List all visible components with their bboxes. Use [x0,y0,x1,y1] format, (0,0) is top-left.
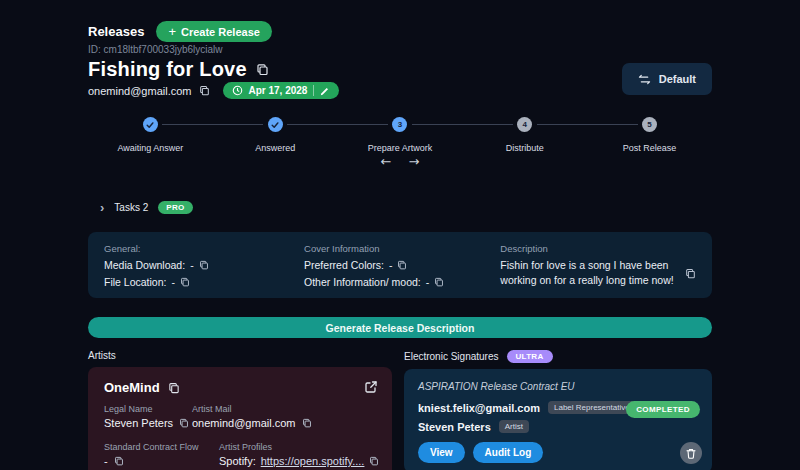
artist-profiles-label: Artist Profiles [219,442,379,452]
copy-icon[interactable] [256,63,269,76]
next-step-arrow-icon[interactable]: → [406,154,422,169]
artist-mail-field: Artist Mail onemind@gmail.com [192,404,376,429]
artists-section: Artists OneMind Legal Name Steven Peters [88,350,392,470]
view-button[interactable]: View [418,442,465,463]
step-distribute[interactable]: 4 Distribute [462,117,587,153]
release-date-badge[interactable]: Apr 17, 2028 [223,82,340,99]
spotify-label: Spotify: [219,455,256,467]
field-value: - [389,259,393,271]
external-link-icon[interactable] [364,380,378,394]
signer-name: Steven Peters [418,421,491,433]
edit-pencil-icon[interactable] [320,86,330,96]
step-post-release[interactable]: 5 Post Release [587,117,712,153]
artists-heading: Artists [88,350,392,361]
signatures-section: Electronic Signatures ULTRA ASPIRATION R… [404,350,712,470]
description-heading: Description [500,243,696,254]
step-answered[interactable]: Answered [213,117,338,153]
artist-name: OneMind [104,380,160,395]
general-column: General: Media Download: - File Location… [104,243,294,288]
step-circle: 3 [392,117,407,132]
copy-icon[interactable] [302,418,312,428]
chevron-right-icon: › [100,201,104,214]
step-prepare-artwork[interactable]: 3 Prepare Artwork [338,117,463,153]
copy-icon[interactable] [434,277,444,287]
step-label: Prepare Artwork [368,143,433,153]
check-icon [271,121,279,129]
create-release-button[interactable]: + Create Release [156,21,271,42]
media-download-row: Media Download: - [104,259,294,271]
artist-name-row: OneMind [104,380,376,395]
default-button[interactable]: Default [622,63,712,95]
preferred-colors-row: Preferred Colors: - [304,259,490,271]
legal-name-value: Steven Peters [104,417,173,429]
copy-icon[interactable] [179,418,189,428]
signer-role-tag: Label Representative [548,401,636,414]
prev-step-arrow-icon[interactable]: ← [378,154,394,169]
swap-arrows-icon [638,74,651,85]
field-label: Other Information/ mood: [304,276,421,288]
contract-title: ASPIRATION Release Contract EU [418,381,698,392]
step-circle [268,117,283,132]
step-label: Post Release [623,143,677,153]
file-location-row: File Location: - [104,276,294,288]
artist-mail-value: onemind@gmail.com [192,417,296,429]
artist-card: OneMind Legal Name Steven Peters [88,367,392,470]
title-row: Fishing for Love [88,58,269,81]
tasks-expander[interactable]: › Tasks 2 PRO [100,201,193,214]
clock-icon [232,85,243,96]
spotify-link[interactable]: https://open.spotify.... [261,455,365,467]
contract-flow-label: Standard Contract Flow [104,442,219,452]
copy-icon[interactable] [397,260,407,270]
signatures-heading: Electronic Signatures [404,351,499,362]
step-circle: 4 [517,117,532,132]
general-heading: General: [104,243,294,254]
step-label: Distribute [506,143,544,153]
cover-column: Cover Information Preferred Colors: - Ot… [304,243,490,288]
description-text: Fishin for love is a song I have been wo… [500,258,677,288]
copy-icon[interactable] [114,456,124,466]
spotify-profile-row: Spotify: https://open.spotify.... [219,455,379,467]
description-wrap: Fishin for love is a song I have been wo… [500,254,696,288]
signature-contract-card: ASPIRATION Release Contract EU kniest.fe… [404,369,712,470]
audit-log-button[interactable]: Audit Log [473,442,544,463]
step-circle [143,117,158,132]
page-title: Fishing for Love [88,58,247,81]
signer-row: Steven Peters Artist [418,420,698,433]
field-label: Preferred Colors: [304,259,384,271]
copy-icon[interactable] [180,277,190,287]
step-awaiting-answer[interactable]: Awaiting Answer [88,117,213,153]
field-value: - [171,276,175,288]
field-value: - [426,276,430,288]
signer-role-tag: Artist [499,420,529,433]
release-date: Apr 17, 2028 [249,85,308,96]
status-badge: COMPLETED [626,401,700,418]
release-info-panel: General: Media Download: - File Location… [88,232,712,298]
step-label: Awaiting Answer [117,143,183,153]
contract-flow-value: - [104,455,108,467]
stepper-nav: ← → [88,154,712,169]
step-label: Answered [255,143,295,153]
step-circle: 5 [642,117,657,132]
create-release-label: Create Release [181,26,260,38]
legal-name-label: Legal Name [104,404,192,414]
signature-actions: View Audit Log [418,442,698,463]
trash-icon [686,448,696,459]
legal-name-field: Legal Name Steven Peters [104,404,192,429]
release-stepper: Awaiting Answer Answered 3 Prepare Artwo… [88,117,712,153]
ultra-badge: ULTRA [507,350,553,363]
copy-icon[interactable] [168,382,180,394]
signer-name: kniest.felix@gmail.com [418,402,540,414]
cover-heading: Cover Information [304,243,490,254]
other-information-row: Other Information/ mood: - [304,276,490,288]
generate-release-description-button[interactable]: Generate Release Description [88,317,712,338]
delete-signature-button[interactable] [680,442,702,464]
copy-icon[interactable] [369,456,379,466]
tasks-label: Tasks 2 [114,202,148,213]
description-column: Description Fishin for love is a song I … [500,243,696,288]
field-label: File Location: [104,276,166,288]
copy-icon[interactable] [199,85,210,96]
copy-icon[interactable] [685,268,696,288]
field-value: - [190,259,194,271]
breadcrumb: Releases [88,24,144,39]
copy-icon[interactable] [199,260,209,270]
